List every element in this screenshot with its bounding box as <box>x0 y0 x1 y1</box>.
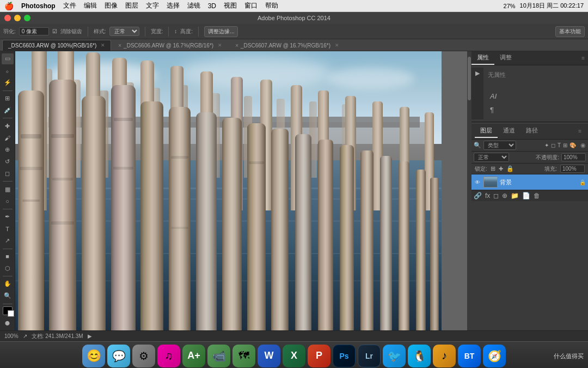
tab-dsc6606[interactable]: × _DSC6606.ARW @ 16.7%(RGB/16*) ✕ <box>112 40 228 51</box>
dock-icon-excel[interactable]: X <box>283 345 305 367</box>
tab-properties[interactable]: 属性 <box>471 51 494 65</box>
close-button[interactable] <box>4 15 11 21</box>
ai-icon[interactable]: AI <box>490 92 581 100</box>
dock-icon-photoshop[interactable]: Ps <box>333 345 356 367</box>
menu-file[interactable]: 文件 <box>63 1 76 10</box>
menu-edit[interactable]: 编辑 <box>84 1 97 10</box>
layer-tool-2[interactable]: ◻ <box>551 142 555 148</box>
menu-3d[interactable]: 3D <box>208 2 216 10</box>
foreground-color[interactable] <box>3 306 13 315</box>
add-group-btn[interactable]: 📁 <box>511 192 519 200</box>
lock-position-btn[interactable]: ✚ <box>499 166 503 172</box>
dock-icon-itunes[interactable]: ♫ <box>157 345 180 367</box>
tool-dodge[interactable]: ○ <box>2 196 14 207</box>
tool-3d[interactable]: ⬡ <box>2 263 14 274</box>
toolbar-消除锯齿-checkbox[interactable]: ☑ <box>52 28 57 34</box>
dock-icon-messages[interactable]: 💬 <box>107 345 130 367</box>
dock-icon-finder[interactable]: 😊 <box>82 345 105 367</box>
tab-layers[interactable]: 图层 <box>475 124 498 138</box>
layer-visibility-toggle[interactable]: 👁 <box>474 178 481 186</box>
tab-dsc6603[interactable]: _DSC6603.ARW @ 100%(RGB/16*) ✕ <box>2 40 111 51</box>
dock-icon-music[interactable]: ♪ <box>433 345 456 367</box>
dock-icon-sysprefs[interactable]: ⚙ <box>132 345 155 367</box>
lock-pixels-btn[interactable]: ⊞ <box>491 165 495 172</box>
tool-heal[interactable]: ✚ <box>2 120 14 131</box>
scrollbar-thumb[interactable] <box>468 57 471 100</box>
tool-brush[interactable]: 🖌 <box>2 132 14 143</box>
toolbar-basic-function-button[interactable]: 基本功能 <box>555 26 585 37</box>
layers-type-filter[interactable]: 类型 <box>483 141 516 150</box>
dock-icon-powerpoint[interactable]: P <box>308 345 330 367</box>
tool-stamp[interactable]: ⊕ <box>2 144 14 155</box>
opacity-input[interactable] <box>561 153 586 161</box>
filter-toggle[interactable]: ◉ <box>580 142 586 149</box>
dock-icon-twitter[interactable]: 🐦 <box>383 345 406 367</box>
tool-magic-wand[interactable]: ⚡ <box>2 77 14 88</box>
add-mask-btn[interactable]: ◻ <box>493 192 499 200</box>
toolbar-adjust-edges-button[interactable]: 调整边缘... <box>204 26 238 37</box>
zoom-icon[interactable]: ↗ <box>23 333 27 339</box>
tool-eyedropper[interactable]: 💉 <box>2 105 14 116</box>
menu-filter[interactable]: 滤镜 <box>187 1 200 10</box>
dock-icon-facetime[interactable]: 📹 <box>207 345 230 367</box>
dock-icon-qq[interactable]: 🐧 <box>408 345 431 367</box>
menu-select[interactable]: 选择 <box>167 1 180 10</box>
tool-path-select[interactable]: ↗ <box>2 236 14 246</box>
layer-tool-1[interactable]: ✦ <box>544 142 549 148</box>
fill-input[interactable] <box>560 165 585 173</box>
vertical-scrollbar[interactable] <box>467 51 471 330</box>
tool-shape[interactable]: ■ <box>2 251 14 262</box>
dock-icon-safari[interactable]: 🧭 <box>483 345 506 367</box>
menu-type[interactable]: 文字 <box>146 1 159 10</box>
menu-help[interactable]: 帮助 <box>265 1 278 10</box>
minimize-button[interactable] <box>14 15 21 21</box>
dock-icon-maps[interactable]: 🗺 <box>232 345 255 367</box>
toolbar-羽化-input[interactable] <box>19 27 49 35</box>
tab-dsc6603-close[interactable]: ✕ <box>101 43 105 48</box>
tab-dsc6607[interactable]: × _DSC6607.ARW @ 16.7%(RGB/16*) ✕ <box>229 40 345 51</box>
tab-dsc6607-close[interactable]: ✕ <box>335 43 339 48</box>
layer-row-background[interactable]: 👁 背景 🔒 <box>471 174 588 190</box>
menu-layer[interactable]: 图层 <box>125 1 138 10</box>
tool-gradient[interactable]: ▦ <box>2 184 14 195</box>
tool-crop[interactable]: ⊞ <box>2 93 14 104</box>
blend-mode-select[interactable]: 正常 <box>474 153 509 162</box>
tab-adjustments[interactable]: 调整 <box>494 51 517 65</box>
tool-hand[interactable]: ✋ <box>2 279 14 289</box>
tool-pen[interactable]: ✒ <box>2 212 14 222</box>
apple-menu-icon[interactable]: 🍎 <box>4 2 14 10</box>
tool-text[interactable]: T <box>2 224 14 234</box>
tool-eraser[interactable]: ◻ <box>2 168 14 179</box>
tool-history-brush[interactable]: ↺ <box>2 156 14 167</box>
panel-play-icon[interactable]: ▶ <box>472 70 483 81</box>
add-layer-btn[interactable]: 📄 <box>522 192 530 200</box>
tool-marquee[interactable]: ▭ <box>2 53 14 64</box>
paragraph-icon[interactable]: ¶ <box>490 106 581 114</box>
add-adj-btn[interactable]: ⊕ <box>502 192 507 200</box>
dock-icon-fontbook[interactable]: A+ <box>182 345 205 367</box>
tool-zoom[interactable]: 🔍 <box>2 291 14 301</box>
add-link-btn[interactable]: 🔗 <box>474 192 482 200</box>
quick-mask[interactable]: ⬤ <box>2 317 14 328</box>
layer-tool-4[interactable]: ⊞ <box>563 142 567 148</box>
menu-view[interactable]: 视图 <box>224 1 237 10</box>
menu-image[interactable]: 图像 <box>105 1 118 10</box>
tab-channels[interactable]: 通道 <box>498 124 520 138</box>
layer-tool-3[interactable]: T <box>558 142 561 148</box>
dock-icon-bt[interactable]: BT <box>458 345 481 367</box>
tab-dsc6606-close[interactable]: ✕ <box>218 43 222 48</box>
layers-collapse-btn[interactable]: ≡ <box>575 128 585 134</box>
tool-lasso[interactable]: ⬦ <box>2 65 14 76</box>
delete-layer-btn[interactable]: 🗑 <box>534 192 540 200</box>
tab-paths[interactable]: 路径 <box>520 124 543 138</box>
maximize-button[interactable] <box>24 15 30 21</box>
dock-icon-lightroom[interactable]: Lr <box>358 345 381 367</box>
add-style-btn[interactable]: fx <box>485 192 490 200</box>
layer-tool-5[interactable]: 🎨 <box>569 142 576 148</box>
canvas-area[interactable] <box>15 51 471 330</box>
menu-window[interactable]: 窗口 <box>244 1 258 10</box>
arrow-icon[interactable]: ▶ <box>88 333 92 339</box>
app-menu-photoshop[interactable]: Photoshop <box>21 2 56 10</box>
panel-collapse-btn[interactable]: ≡ <box>578 55 588 61</box>
lock-all-btn[interactable]: 🔒 <box>506 165 514 172</box>
